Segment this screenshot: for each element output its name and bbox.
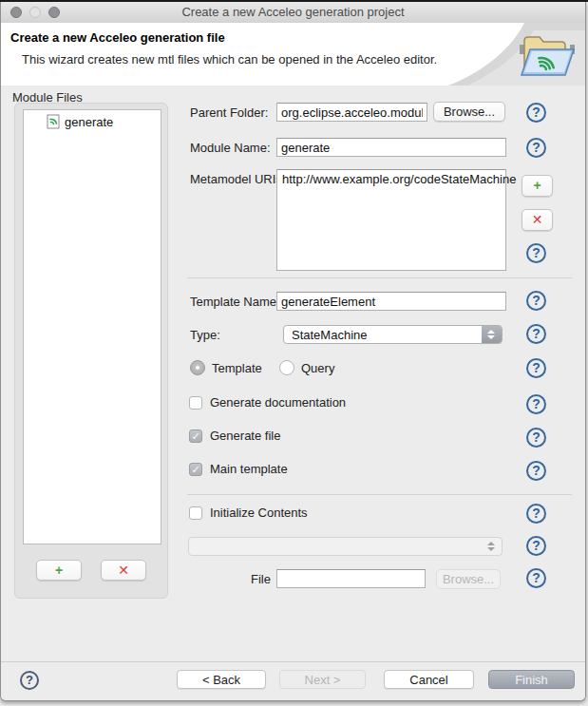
- window-title: Create a new Acceleo generation project: [1, 5, 585, 19]
- add-metamodel-button[interactable]: +: [522, 175, 553, 197]
- help-icon[interactable]: ?: [526, 243, 546, 263]
- type-dropdown-value: StateMachine: [292, 328, 368, 342]
- separator: [187, 277, 572, 278]
- list-item-label: generate: [65, 115, 113, 129]
- help-icon[interactable]: ?: [526, 568, 546, 588]
- titlebar: Create a new Acceleo generation project: [1, 2, 585, 24]
- help-icon[interactable]: ?: [526, 394, 546, 414]
- template-name-input[interactable]: [276, 292, 506, 311]
- main-template-checkbox[interactable]: ✓: [189, 463, 202, 476]
- back-button[interactable]: < Back: [177, 670, 266, 689]
- button-bar: ? < Back Next > Cancel Finish: [1, 661, 585, 700]
- mtl-file-icon: [47, 114, 60, 129]
- template-radio-label: Template: [212, 361, 262, 375]
- main-template-label: Main template: [210, 462, 288, 476]
- wizard-content: Module Files generate + ✕ Parent Fo: [1, 86, 585, 663]
- module-name-input[interactable]: [276, 138, 506, 157]
- template-radio[interactable]: [190, 360, 205, 375]
- template-name-label: Template Name:: [190, 295, 280, 309]
- help-icon[interactable]: ?: [526, 291, 546, 311]
- list-item[interactable]: generate: [24, 110, 161, 129]
- help-icon[interactable]: ?: [526, 536, 546, 556]
- remove-metamodel-button[interactable]: ✕: [522, 209, 553, 231]
- file-label: File: [251, 572, 271, 586]
- remove-module-file-button[interactable]: ✕: [101, 560, 146, 581]
- generate-file-checkbox[interactable]: ✓: [189, 429, 202, 443]
- metamodel-uris-list[interactable]: http://www.example.org/codeStateMachine: [276, 169, 506, 271]
- generate-documentation-checkbox[interactable]: ✓: [189, 396, 202, 410]
- help-icon[interactable]: ?: [526, 103, 546, 123]
- module-files-panel: generate + ✕: [14, 103, 168, 599]
- wizard-dialog: Create a new Acceleo generation project …: [0, 2, 586, 701]
- initialize-contents-label: Initialize Contents: [210, 506, 308, 520]
- initialize-contents-checkbox[interactable]: ✓: [189, 506, 202, 520]
- banner-title: Create a new Acceleo generation file: [10, 30, 225, 45]
- file-browse-button: Browse...: [436, 569, 501, 589]
- type-label: Type:: [190, 328, 220, 342]
- help-icon[interactable]: ?: [526, 428, 546, 448]
- add-module-file-button[interactable]: +: [36, 560, 82, 581]
- parent-folder-browse-button[interactable]: Browse...: [433, 102, 505, 122]
- help-icon[interactable]: ?: [526, 504, 546, 524]
- initialize-kind-dropdown: [188, 537, 503, 556]
- parent-folder-input[interactable]: [276, 103, 427, 122]
- metamodel-uri-item[interactable]: http://www.example.org/codeStateMachine: [277, 170, 505, 188]
- wizard-banner: Create a new Acceleo generation file Thi…: [1, 23, 585, 86]
- module-name-label: Module Name:: [190, 141, 271, 155]
- help-icon[interactable]: ?: [526, 358, 546, 378]
- type-dropdown[interactable]: StateMachine: [283, 325, 503, 344]
- finish-button: Finish: [488, 670, 575, 689]
- generate-file-label: Generate file: [210, 429, 280, 443]
- banner-subtitle: This wizard creates new mtl files which …: [22, 52, 437, 67]
- generate-documentation-label: Generate documentation: [210, 395, 346, 410]
- acceleo-folder-icon: [517, 29, 578, 82]
- query-radio[interactable]: [279, 360, 294, 375]
- cancel-button[interactable]: Cancel: [384, 670, 474, 689]
- help-icon[interactable]: ?: [526, 138, 546, 158]
- metamodel-uris-label: Metamodel URIs:: [190, 172, 285, 186]
- parent-folder-label: Parent Folder:: [190, 105, 268, 120]
- chevron-updown-icon: [482, 326, 502, 343]
- chevron-updown-icon: [482, 538, 502, 555]
- separator: [187, 494, 572, 495]
- query-radio-label: Query: [301, 361, 334, 375]
- dialog-help-icon[interactable]: ?: [20, 671, 39, 690]
- module-files-list[interactable]: generate: [23, 109, 161, 544]
- file-input: [276, 569, 426, 588]
- help-icon[interactable]: ?: [526, 324, 546, 344]
- next-button: Next >: [279, 670, 366, 689]
- help-icon[interactable]: ?: [526, 461, 546, 481]
